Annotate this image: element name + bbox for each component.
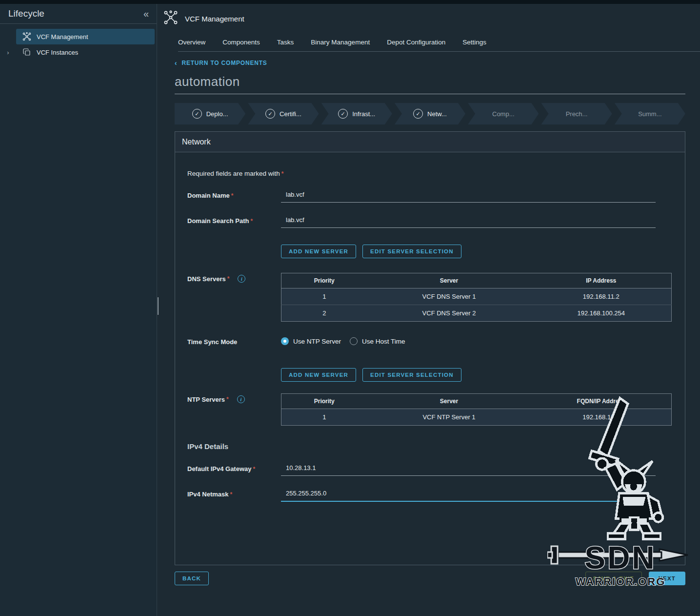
window-top-strip [0,0,700,4]
table-row: 1 VCF NTP Server 1 192.168.12.1 [281,409,672,426]
radio-unselected-icon [350,337,358,345]
save-and-exit-button[interactable]: SAVE & EXIT [585,572,642,585]
netmask-row: IPv4 Netmask* [187,489,685,502]
sidebar-title: Lifecycle [8,8,44,19]
sidebar-header: Lifecycle « [0,4,157,24]
cell-priority: 1 [281,409,367,426]
table-row: 1 VCF DNS Server 1 192.168.11.2 [281,288,672,305]
step-label: Comp... [492,110,515,118]
required-asterisk: * [281,170,284,177]
app-title: VCF Management [185,15,244,23]
return-link-label: RETURN TO COMPONENTS [181,60,267,66]
gateway-row: Default IPv4 Gateway* [187,463,685,476]
ntp-servers-row: NTP Servers* i Priority Server FQDN/IP A… [187,393,685,426]
step-certificates[interactable]: ✓ Certifi... [248,103,319,124]
column-header: IP Address [531,273,672,288]
sidebar-item-vcf-instances[interactable]: VCF Instances [16,44,155,60]
info-icon[interactable]: i [237,395,245,403]
edit-server-selection-button[interactable]: EDIT SERVER SELECTION [362,368,461,382]
next-button[interactable]: NEXT [649,572,685,585]
field-label: IPv4 Netmask* [187,489,281,498]
cell-server: VCF NTP Server 1 [367,409,531,426]
tab-binary-management[interactable]: Binary Management [311,39,370,46]
tab-tasks[interactable]: Tasks [277,39,294,46]
domain-search-path-input[interactable] [281,215,656,228]
radio-label: Use NTP Server [293,338,341,345]
ntp-actions: ADD NEW SERVER EDIT SERVER SELECTION [281,368,685,382]
add-new-server-button[interactable]: ADD NEW SERVER [281,368,356,382]
back-button[interactable]: BACK [175,572,209,585]
cell-priority: 1 [281,288,367,305]
sidebar-item-label: VCF Management [37,33,88,41]
cell-ip: 192.168.100.254 [531,305,672,322]
required-note: Required fields are marked with* [187,170,685,177]
field-label: Default IPv4 Gateway* [187,463,281,472]
wizard-footer: BACK SAVE & EXIT NEXT [175,572,685,585]
sidebar-nav: VCF Management › VCF Instances [0,29,157,60]
default-ipv4-gateway-input[interactable] [281,463,656,476]
column-header: Priority [281,394,367,409]
radio-use-ntp-server[interactable]: Use NTP Server [281,337,341,345]
tab-depot-configuration[interactable]: Depot Configuration [387,39,445,46]
cell-ip: 192.168.11.2 [531,288,672,305]
radio-selected-icon [281,337,289,345]
check-circle-icon: ✓ [265,109,275,119]
table-row: 2 VCF DNS Server 2 192.168.100.254 [281,305,672,322]
tab-overview[interactable]: Overview [178,39,205,46]
molecule-icon [22,32,31,41]
step-prechecks[interactable]: Prech... [541,103,612,124]
ipv4-details-heading: IPv4 Details [187,442,685,451]
dns-actions: ADD NEW SERVER EDIT SERVER SELECTION [281,245,685,258]
column-header: Server [367,273,531,288]
wizard-content: ‹ RETURN TO COMPONENTS automation ✓ Depl… [158,59,700,585]
step-label: Infrast... [352,110,375,118]
check-circle-icon: ✓ [413,109,423,119]
time-sync-row: Time Sync Mode Use NTP Server Use Host T… [187,336,685,346]
step-summary[interactable]: Summ... [615,103,685,124]
field-label: NTP Servers* i [187,393,281,403]
app-header: VCF Management [158,4,700,27]
expand-chevron-icon[interactable]: › [0,49,16,56]
step-label: Prech... [566,110,588,118]
column-header: Server [367,394,531,409]
back-chevron-icon: ‹ [175,59,177,67]
step-network[interactable]: ✓ Netw... [395,103,465,124]
ipv4-netmask-input[interactable] [281,489,656,502]
sidebar: Lifecycle « VCF Management › [0,4,157,616]
panel-title: Network [175,132,685,152]
cell-server: VCF DNS Server 2 [367,305,531,322]
panel-body: Required fields are marked with* Domain … [175,152,685,565]
domain-search-path-row: Domain Search Path* [187,215,685,228]
check-circle-icon: ✓ [192,109,202,119]
sidebar-item-label: VCF Instances [37,49,78,56]
domain-name-row: Domain Name* [187,190,685,203]
dns-servers-row: DNS Servers* i Priority Server IP Addres… [187,273,685,322]
check-circle-icon: ✓ [338,109,348,119]
field-label: DNS Servers* i [187,273,281,283]
info-icon[interactable]: i [238,275,245,283]
network-panel: Network Required fields are marked with*… [175,131,685,565]
tab-components[interactable]: Components [222,39,260,46]
step-deployment[interactable]: ✓ Deplo... [175,103,245,124]
tab-settings[interactable]: Settings [462,39,486,46]
column-header: Priority [281,273,367,288]
field-label: Domain Search Path* [187,215,281,225]
domain-name-input[interactable] [281,190,656,203]
return-to-components-link[interactable]: ‹ RETURN TO COMPONENTS [175,59,685,67]
collapse-sidebar-icon[interactable]: « [143,9,149,19]
step-components[interactable]: Comp... [468,103,539,124]
radio-use-host-time[interactable]: Use Host Time [350,337,405,345]
step-label: Certifi... [280,110,301,118]
step-infrastructure[interactable]: ✓ Infrast... [321,103,392,124]
dns-servers-table: Priority Server IP Address 1 VCF DNS Ser… [281,273,672,322]
step-label: Summ... [638,110,661,118]
edit-server-selection-button[interactable]: EDIT SERVER SELECTION [362,245,461,258]
step-label: Netw... [427,110,447,118]
tab-bar: Overview Components Tasks Binary Managem… [178,39,700,52]
cell-fqdn: 192.168.12.1 [531,409,672,426]
step-label: Deplo... [206,110,228,118]
page-title: automation [175,74,685,94]
time-sync-options: Use NTP Server Use Host Time [281,336,405,345]
add-new-server-button[interactable]: ADD NEW SERVER [281,245,356,258]
sidebar-item-vcf-management[interactable]: VCF Management [16,29,155,44]
